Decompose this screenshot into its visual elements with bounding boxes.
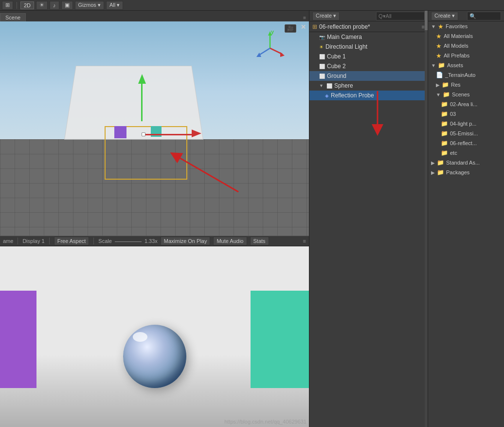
2d-button[interactable]: 2D — [20, 1, 34, 9]
top-toolbar: ⊞ 2D ☀ ♪ ▣ Gizmos ▾ All ▾ — [0, 0, 504, 11]
models-star-icon: ★ — [436, 42, 442, 50]
hierarchy-item-reflection-probe[interactable]: ◈ Reflection Probe — [309, 91, 428, 100]
hierarchy-item-label: Cube 1 — [327, 53, 346, 60]
hierarchy-item-cube2[interactable]: ⬜ Cube 2 — [309, 61, 428, 71]
project-create-button[interactable]: Create ▾ — [431, 12, 458, 20]
terrain-auto-label: _TerrainAuto — [445, 72, 475, 78]
project-favorites-header[interactable]: ▼ ★ Favorites — [428, 21, 504, 31]
project-06-reflect[interactable]: 📁 06-reflect... — [428, 138, 504, 148]
scene-tab[interactable]: Scene — [0, 13, 26, 21]
game-toolbar: ame Display 1 Free Aspect Scale ————— 1.… — [0, 236, 309, 246]
separator3 — [93, 238, 94, 244]
project-etc[interactable]: 📁 etc — [428, 148, 504, 158]
game-scroll-icon: ≡ — [303, 238, 306, 244]
packages-folder-icon: 📁 — [437, 169, 444, 176]
project-search-input[interactable] — [467, 12, 501, 20]
project-scenes[interactable]: ▼ 📁 Scenes — [428, 90, 504, 99]
probe-icon: ◈ — [325, 93, 329, 98]
stats-button[interactable]: Stats — [250, 237, 269, 245]
hierarchy-item-sphere[interactable]: ▼ ⬜ Sphere — [309, 81, 428, 91]
project-05-emission[interactable]: 📁 05-Emissi... — [428, 129, 504, 138]
project-terrain-auto[interactable]: 📄 _TerrainAuto — [428, 70, 504, 80]
assets-expand-arrow: ▼ — [431, 63, 436, 68]
scenes-expand-arrow: ▼ — [436, 92, 441, 97]
all-prefabs-label: All Prefabs — [444, 53, 469, 58]
game-cube-teal — [251, 291, 309, 388]
cube-icon: ⬜ — [319, 54, 325, 59]
04-light-label: 04-light p... — [450, 121, 476, 127]
maximize-on-play-button[interactable]: Maximize On Play — [161, 237, 211, 245]
02-area-folder-icon: 📁 — [441, 101, 448, 108]
favorites-expand-arrow: ▼ — [431, 24, 436, 29]
main-layout: Scene ≡ — [0, 11, 504, 427]
project-res[interactable]: ▶ 📁 Res — [428, 80, 504, 90]
svg-text:y: y — [271, 29, 274, 35]
project-packages[interactable]: ▶ 📁 Packages — [428, 167, 504, 177]
hierarchy-panel: Create ▾ ⊞ 06-reflection probe* ≡ 📷 Main… — [309, 11, 428, 427]
project-assets-header[interactable]: ▼ 📁 Assets — [428, 60, 504, 70]
hierarchy-item-label: Ground — [327, 73, 346, 79]
gizmos-button[interactable]: Gizmos ▾ — [75, 1, 104, 10]
sphere-icon: ⬜ — [326, 83, 332, 89]
scene-area: Scene ≡ — [0, 11, 309, 427]
scene-filter[interactable]: All ▾ — [106, 1, 123, 10]
hierarchy-scrollbar-thumb — [425, 11, 428, 30]
watermark: https://blog.csdn.net/qq_40629631 — [224, 419, 306, 425]
hierarchy-scrollbar[interactable] — [425, 11, 428, 427]
all-materials-label: All Materials — [444, 33, 473, 39]
camera-icon: 🎥 — [285, 24, 296, 33]
close-scene-button[interactable]: ✕ — [301, 23, 306, 31]
game-panel-name: ame — [3, 238, 13, 244]
hierarchy-create-button[interactable]: Create ▾ — [312, 12, 340, 20]
mute-audio-button[interactable]: Mute Audio — [213, 237, 247, 245]
02-area-label: 02-Area li... — [450, 101, 477, 107]
scroll-indicator: ≡ — [303, 15, 309, 21]
free-aspect-button[interactable]: Free Aspect — [54, 237, 90, 245]
light-toggle[interactable]: ☀ — [36, 1, 48, 10]
etc-label: etc — [450, 150, 457, 156]
hierarchy-scene-row: ⊞ 06-reflection probe* ≡ — [309, 21, 428, 32]
sphere-highlight — [133, 332, 147, 342]
project-02-area[interactable]: 📁 02-Area li... — [428, 99, 504, 109]
03-label: 03 — [450, 111, 456, 117]
project-all-models[interactable]: ★ All Models — [428, 41, 504, 51]
terrain-folder-icon: 📄 — [436, 72, 443, 78]
res-expand-arrow: ▶ — [436, 82, 440, 88]
hierarchy-item-cube1[interactable]: ⬜ Cube 1 — [309, 52, 428, 61]
scale-slider-track: ————— — [115, 238, 142, 244]
hierarchy-item-label: Main Camera — [327, 34, 362, 40]
game-viewport[interactable]: https://blog.csdn.net/qq_40629631 — [0, 246, 309, 427]
audio-toggle[interactable]: ♪ — [50, 1, 59, 10]
scene-viewport[interactable]: y 🎥 ✕ — [0, 21, 309, 236]
scene-file-icon: ⊞ — [312, 23, 317, 30]
transform-center — [142, 132, 145, 136]
project-all-materials[interactable]: ★ All Materials — [428, 31, 504, 41]
gizmo-y-shaft — [141, 77, 143, 121]
scene-tabs: Scene ≡ — [0, 11, 309, 21]
hierarchy-search-input[interactable] — [376, 12, 425, 20]
standard-folder-icon: 📁 — [437, 159, 444, 166]
hierarchy-item-ground[interactable]: ⬜ Ground — [309, 71, 428, 81]
hierarchy-item-directional-light[interactable]: ☀ Directional Light — [309, 42, 428, 52]
project-03[interactable]: 📁 03 — [428, 109, 504, 119]
orientation-gizmo: y — [251, 29, 289, 68]
svg-marker-6 — [280, 52, 285, 57]
favorites-label: Favorites — [446, 23, 468, 29]
06-folder-icon: 📁 — [441, 140, 448, 147]
hierarchy-scene-title: 06-reflection probe* — [319, 23, 370, 30]
hierarchy-item-main-camera[interactable]: 📷 Main Camera — [309, 32, 428, 42]
all-models-label: All Models — [444, 43, 468, 49]
project-header: Create ▾ — [428, 11, 504, 21]
gizmo-x-arrow — [192, 130, 201, 137]
effects-toggle[interactable]: ▣ — [61, 1, 73, 10]
project-all-prefabs[interactable]: ★ All Prefabs — [428, 51, 504, 60]
separator — [17, 2, 17, 9]
project-04-light[interactable]: 📁 04-light p... — [428, 119, 504, 129]
project-standard-assets[interactable]: ▶ 📁 Standard As... — [428, 158, 504, 167]
game-cube-purple — [0, 291, 36, 388]
scale-label: Scale — [98, 238, 112, 244]
layout-button[interactable]: ⊞ — [2, 1, 13, 10]
camera-icon-small: 📷 — [319, 35, 325, 40]
separator2 — [49, 238, 50, 244]
cube-icon3: ⬜ — [319, 74, 325, 79]
